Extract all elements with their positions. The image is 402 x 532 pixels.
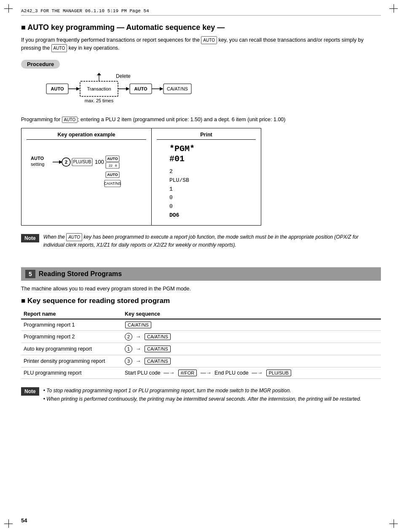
note2-box: Note • To stop reading programming repor… — [21, 386, 381, 404]
print-line8: DO6 — [169, 211, 256, 220]
svg-text:AUTO: AUTO — [31, 156, 44, 161]
section5-intro: The machine allows you to read every pro… — [21, 286, 381, 292]
note2-bullet2: • When printing is performed continuousl… — [43, 395, 362, 403]
arrow-1: → — [135, 333, 141, 340]
hash-for-key: #/FOR — [178, 370, 197, 376]
print-line3: 2 — [169, 168, 256, 176]
table-row: Programming report 1 CA/AT/NS — [21, 319, 381, 331]
report-name-4: Printer density programming report — [21, 355, 122, 367]
svg-text:AUTO: AUTO — [107, 157, 118, 161]
svg-text:100: 100 — [95, 159, 104, 165]
key-seq-2: 2 → CA/AT/NS — [122, 330, 381, 343]
print-rest: 2 PLU/SB 1 0 0 DO6 — [169, 168, 256, 220]
ca-at-ns-key-4: CA/AT/NS — [145, 358, 171, 364]
key-seq-5: Start PLU code —→ #/FOR —→ End PLU code … — [122, 367, 381, 378]
svg-text:CA/AT/NS: CA/AT/NS — [104, 181, 121, 186]
svg-text:22: 22 — [109, 164, 113, 168]
print-line5: 1 — [169, 185, 256, 194]
crosshair-tr — [389, 4, 398, 13]
page: A242_3 FOR THE MANAGER 06.1.10 5:19 PM P… — [0, 0, 402, 532]
section5-header: 5 Reading Stored Programs — [21, 267, 381, 281]
spacer — [21, 259, 381, 267]
ca-at-ns-key-3: CA/AT/NS — [145, 346, 171, 352]
col-key-sequence: Key sequence — [122, 309, 381, 319]
key-op-box: Key operation example AUTO setting 2 PLU… — [21, 128, 152, 226]
key-seq-4: 3 → CA/AT/NS — [122, 355, 381, 367]
note1-box: Note When the AUTO key has been programm… — [21, 233, 381, 249]
report-name-5: PLU programming report — [21, 367, 122, 378]
report-name-1: Programming report 1 — [21, 319, 122, 331]
page-number: 54 — [21, 517, 27, 524]
note2-bullet1: • To stop reading programming report 1 o… — [43, 386, 362, 395]
svg-text:AUTO: AUTO — [51, 86, 64, 91]
procedure-area: Procedure Delete AUTO Transaction — [21, 60, 381, 109]
key-seq-title-square: ■ — [21, 297, 27, 305]
table-header-row: Report name Key sequence — [21, 309, 381, 319]
svg-text:2: 2 — [65, 160, 67, 165]
svg-marker-6 — [97, 73, 101, 75]
num-1-circle: 1 — [125, 345, 132, 353]
print-line2: #01 — [169, 154, 256, 164]
note1-badge: Note — [21, 234, 39, 242]
print-line7: 0 — [169, 202, 256, 211]
delete-label: Delete — [116, 73, 131, 79]
section5-title: Reading Stored Programs — [39, 270, 122, 278]
report-name-3: Auto key programming report — [21, 343, 122, 355]
key-op-title: Key operation example — [27, 132, 146, 140]
svg-text:Transaction: Transaction — [87, 86, 111, 91]
print-line6: 0 — [169, 194, 256, 202]
svg-text:6: 6 — [115, 164, 117, 168]
auto-note-key: AUTO — [66, 233, 82, 241]
key-op-diagram: AUTO setting 2 PLU/SUB 100 AUTO — [27, 144, 146, 199]
num-3-circle: 3 — [125, 357, 132, 365]
auto-key-inline2: AUTO — [51, 44, 67, 52]
programming-for-text: Programming for AUTO; entering a PLU 2 i… — [21, 117, 381, 123]
crosshair-br — [389, 519, 398, 528]
start-plu-text: Start PLU code — [125, 370, 161, 376]
key-op-print-section: Key operation example AUTO setting 2 PLU… — [21, 128, 381, 226]
arrow-2: → — [135, 346, 141, 352]
key-seq-1: CA/AT/NS — [122, 319, 381, 331]
num-2-circle: 2 — [125, 333, 132, 340]
page-header: A242_3 FOR THE MANAGER 06.1.10 5:19 PM P… — [21, 8, 381, 16]
section5-number: 5 — [25, 270, 35, 278]
print-content: *PGM* #01 2 PLU/SB 1 0 0 DO6 — [157, 144, 256, 220]
arrow-4: —→ — [163, 370, 174, 376]
key-seq-3: 1 → CA/AT/NS — [122, 343, 381, 355]
print-line4: PLU/SB — [169, 176, 256, 185]
auto-key-inline: AUTO — [201, 36, 217, 44]
print-box: Print *PGM* #01 2 PLU/SB 1 0 0 DO6 — [152, 128, 261, 226]
note1-text: When the AUTO key has been programmed to… — [43, 233, 381, 249]
print-title: Print — [157, 132, 256, 140]
key-op-svg: AUTO setting 2 PLU/SUB 100 AUTO — [31, 147, 145, 198]
arrow-3: → — [135, 358, 141, 364]
svg-text:AUTO: AUTO — [134, 86, 147, 91]
title-square: ■ — [21, 23, 27, 32]
header-text: A242_3 FOR THE MANAGER 06.1.10 5:19 PM P… — [21, 8, 149, 13]
note2-badge: Note — [21, 387, 39, 396]
auto-inline-small: AUTO — [62, 117, 78, 123]
arrow-5: —→ — [201, 370, 212, 376]
table-row: Auto key programming report 1 → CA/AT/NS — [21, 343, 381, 355]
table-row: Printer density programming report 3 → C… — [21, 355, 381, 367]
table-row: Programming report 2 2 → CA/AT/NS — [21, 330, 381, 343]
report-name-2: Programming report 2 — [21, 330, 122, 343]
ca-at-ns-key-2: CA/AT/NS — [145, 333, 171, 340]
svg-rect-24 — [106, 162, 119, 168]
plu-sub-key: PLU/SUB — [266, 370, 291, 376]
end-plu-text: End PLU code — [214, 370, 249, 376]
svg-text:setting: setting — [31, 162, 44, 167]
svg-text:AUTO: AUTO — [107, 173, 118, 177]
note2-content: • To stop reading programming report 1 o… — [43, 386, 362, 404]
auto-key-title: ■ AUTO key programming — Automatic seque… — [21, 23, 381, 32]
arrow-6: —→ — [252, 370, 263, 376]
procedure-badge: Procedure — [21, 60, 60, 69]
ca-at-ns-key-1: CA/AT/NS — [125, 322, 151, 328]
procedure-svg: Delete AUTO Transaction AUTO — [34, 72, 244, 108]
svg-text:CA/AT/NS: CA/AT/NS — [167, 86, 188, 91]
auto-key-intro: If you program frequently performed tran… — [21, 36, 381, 52]
svg-text:PLU/SUB: PLU/SUB — [73, 160, 91, 164]
key-seq-title: ■ Key sequence for reading stored progra… — [21, 297, 381, 305]
procedure-diagram: Delete AUTO Transaction AUTO — [34, 72, 381, 109]
col-report-name: Report name — [21, 309, 122, 319]
